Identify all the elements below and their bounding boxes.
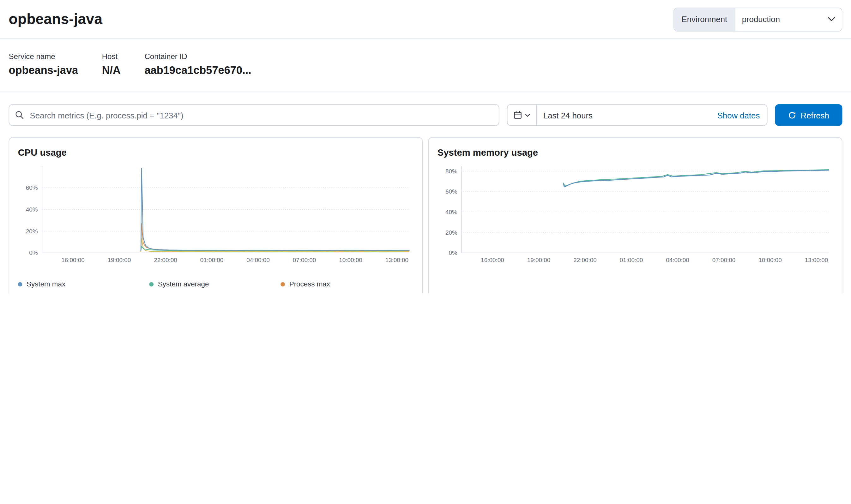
svg-text:22:00:00: 22:00:00 [573, 257, 597, 263]
svg-text:10:00:00: 10:00:00 [339, 257, 362, 263]
refresh-icon [788, 111, 796, 119]
service-name-label: Service name [8, 52, 78, 61]
legend-dot [281, 282, 285, 286]
page-header: opbeans-java Environment production [0, 0, 851, 39]
service-name-field: Service name opbeans-java [8, 52, 78, 76]
cpu-usage-panel: CPU usage 0%20%40%60%16:00:0019:00:0022:… [8, 137, 423, 293]
page-title: opbeans-java [8, 11, 102, 28]
host-value: N/A [102, 64, 121, 77]
chevron-down-icon [525, 113, 530, 117]
show-dates-link[interactable]: Show dates [710, 110, 767, 120]
date-quick-select-button[interactable] [507, 105, 537, 125]
page: opbeans-java Environment production Serv… [0, 0, 851, 293]
container-id-label: Container ID [144, 52, 251, 61]
system-memory-usage-chart: 0%20%40%60%80%16:00:0019:00:0022:00:0001… [438, 163, 833, 267]
panel-title: System memory usage [438, 146, 833, 160]
time-range-display[interactable]: Last 24 hours [537, 110, 710, 120]
chart-legend: System maxSystem averageProcess maxProce… [18, 277, 413, 293]
cpu-usage-chart: 0%20%40%60%16:00:0019:00:0022:00:0001:00… [18, 163, 413, 267]
calendar-icon [513, 110, 522, 119]
legend-label: Process max [289, 280, 330, 288]
svg-text:0%: 0% [29, 250, 38, 256]
legend-item[interactable]: Average [569, 291, 700, 293]
svg-text:20%: 20% [445, 229, 457, 236]
chevron-down-icon [828, 17, 835, 21]
svg-text:10:00:00: 10:00:00 [759, 257, 781, 263]
svg-text:01:00:00: 01:00:00 [200, 257, 223, 263]
svg-text:16:00:00: 16:00:00 [61, 257, 84, 263]
environment-control: Environment production [673, 7, 843, 31]
legend-dot [18, 282, 22, 286]
svg-text:40%: 40% [26, 206, 38, 213]
svg-text:22:00:00: 22:00:00 [154, 257, 177, 263]
container-id-field: Container ID aab19ca1cb57e670... [144, 52, 251, 76]
legend-label: System max [26, 280, 65, 288]
legend-item[interactable]: Process max [281, 277, 412, 291]
svg-text:0%: 0% [448, 250, 457, 256]
service-info-bar: Service name opbeans-java Host N/A Conta… [0, 39, 851, 92]
container-id-value: aab19ca1cb57e670... [144, 64, 251, 77]
svg-text:19:00:00: 19:00:00 [527, 257, 550, 263]
legend-label: System average [158, 280, 209, 288]
svg-text:60%: 60% [445, 188, 457, 195]
legend-item[interactable]: System max [18, 277, 149, 291]
svg-text:19:00:00: 19:00:00 [108, 257, 131, 263]
environment-label: Environment [674, 8, 736, 31]
environment-select[interactable]: production [735, 8, 842, 31]
metrics-toolbar: Last 24 hours Show dates Refresh [0, 92, 851, 136]
host-label: Host [102, 52, 121, 61]
svg-text:04:00:00: 04:00:00 [246, 257, 269, 263]
svg-text:13:00:00: 13:00:00 [385, 257, 408, 263]
legend-item[interactable]: System average [149, 277, 281, 291]
legend-dot [149, 282, 154, 286]
legend-item[interactable]: Process average [18, 291, 149, 293]
chart-legend: MaxAverage [438, 291, 833, 293]
service-name-value: opbeans-java [8, 64, 78, 77]
host-field: Host N/A [102, 52, 121, 76]
svg-text:20%: 20% [26, 228, 38, 235]
system-memory-usage-panel: System memory usage 0%20%40%60%80%16:00:… [428, 137, 843, 293]
search-metrics-box [8, 104, 499, 126]
svg-text:80%: 80% [445, 168, 457, 175]
search-metrics-input[interactable] [8, 104, 499, 126]
panel-title: CPU usage [18, 146, 413, 160]
refresh-label: Refresh [801, 110, 829, 120]
environment-value: production [742, 15, 780, 24]
charts-grid: CPU usage 0%20%40%60%16:00:0019:00:0022:… [0, 136, 851, 293]
svg-text:60%: 60% [26, 184, 38, 191]
svg-text:07:00:00: 07:00:00 [712, 257, 735, 263]
svg-text:13:00:00: 13:00:00 [805, 257, 828, 263]
legend-item[interactable]: Max [438, 291, 569, 293]
svg-text:40%: 40% [445, 209, 457, 215]
svg-text:16:00:00: 16:00:00 [481, 257, 504, 263]
search-icon [15, 110, 24, 119]
svg-text:07:00:00: 07:00:00 [293, 257, 316, 263]
date-picker: Last 24 hours Show dates [507, 104, 768, 126]
refresh-button[interactable]: Refresh [775, 104, 842, 126]
svg-text:01:00:00: 01:00:00 [620, 257, 643, 263]
svg-text:04:00:00: 04:00:00 [666, 257, 689, 263]
